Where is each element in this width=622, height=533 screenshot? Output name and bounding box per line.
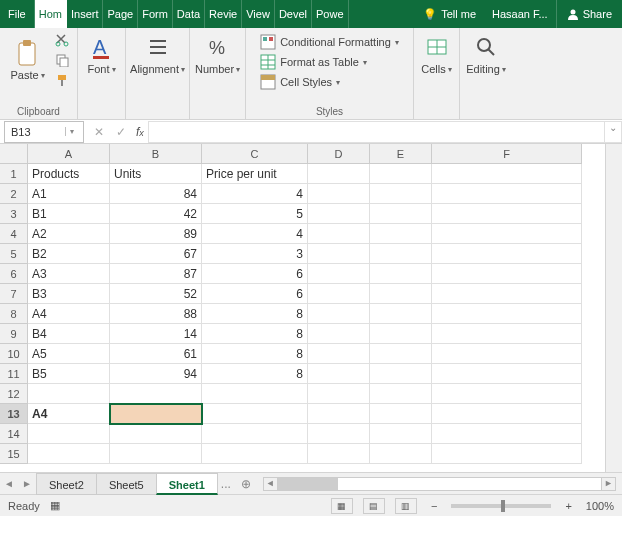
vertical-scrollbar[interactable] bbox=[605, 144, 622, 472]
user-label[interactable]: Hasaan F... bbox=[484, 8, 556, 20]
expand-formula-bar[interactable]: ⌄ bbox=[604, 121, 622, 143]
row-header-2[interactable]: 2 bbox=[0, 184, 28, 204]
cell-B10[interactable]: 61 bbox=[110, 344, 202, 364]
ribbon-tab-view[interactable]: View bbox=[242, 0, 275, 28]
zoom-out-button[interactable]: − bbox=[427, 500, 441, 512]
cell-F5[interactable] bbox=[432, 244, 582, 264]
zoom-in-button[interactable]: + bbox=[561, 500, 575, 512]
row-header-7[interactable]: 7 bbox=[0, 284, 28, 304]
cell-B9[interactable]: 14 bbox=[110, 324, 202, 344]
cell-D4[interactable] bbox=[308, 224, 370, 244]
cell-E12[interactable] bbox=[370, 384, 432, 404]
cell-C15[interactable] bbox=[202, 444, 308, 464]
cell-A12[interactable] bbox=[28, 384, 110, 404]
row-header-5[interactable]: 5 bbox=[0, 244, 28, 264]
cell-C9[interactable]: 8 bbox=[202, 324, 308, 344]
tell-me[interactable]: 💡Tell me bbox=[415, 8, 484, 21]
cell-C14[interactable] bbox=[202, 424, 308, 444]
cell-A10[interactable]: A5 bbox=[28, 344, 110, 364]
cell-D6[interactable] bbox=[308, 264, 370, 284]
cell-F11[interactable] bbox=[432, 364, 582, 384]
cell-D5[interactable] bbox=[308, 244, 370, 264]
cell-B3[interactable]: 42 bbox=[110, 204, 202, 224]
cell-F2[interactable] bbox=[432, 184, 582, 204]
normal-view-button[interactable]: ▦ bbox=[331, 498, 353, 514]
cell-F9[interactable] bbox=[432, 324, 582, 344]
cell-F8[interactable] bbox=[432, 304, 582, 324]
cell-D7[interactable] bbox=[308, 284, 370, 304]
copy-button[interactable] bbox=[53, 51, 71, 69]
row-header-14[interactable]: 14 bbox=[0, 424, 28, 444]
column-header-B[interactable]: B bbox=[110, 144, 202, 164]
format-painter-button[interactable] bbox=[53, 71, 71, 89]
cell-C4[interactable]: 4 bbox=[202, 224, 308, 244]
cell-E14[interactable] bbox=[370, 424, 432, 444]
cell-D11[interactable] bbox=[308, 364, 370, 384]
cell-F4[interactable] bbox=[432, 224, 582, 244]
cell-F7[interactable] bbox=[432, 284, 582, 304]
column-header-F[interactable]: F bbox=[432, 144, 582, 164]
row-header-4[interactable]: 4 bbox=[0, 224, 28, 244]
horizontal-scrollbar[interactable]: ◄ ► bbox=[263, 477, 616, 491]
cell-F15[interactable] bbox=[432, 444, 582, 464]
cell-D9[interactable] bbox=[308, 324, 370, 344]
cell-E7[interactable] bbox=[370, 284, 432, 304]
cell-C8[interactable]: 8 bbox=[202, 304, 308, 324]
sheet-tab-sheet2[interactable]: Sheet2 bbox=[36, 473, 97, 495]
row-header-11[interactable]: 11 bbox=[0, 364, 28, 384]
cells-button[interactable]: Cells▾ bbox=[417, 31, 455, 77]
format-as-table-button[interactable]: Format as Table▾ bbox=[258, 53, 401, 71]
ribbon-tab-powe[interactable]: Powe bbox=[312, 0, 349, 28]
column-header-D[interactable]: D bbox=[308, 144, 370, 164]
fx-icon[interactable]: fx bbox=[136, 125, 144, 139]
cell-D13[interactable] bbox=[308, 404, 370, 424]
cell-B11[interactable]: 94 bbox=[110, 364, 202, 384]
cell-C6[interactable]: 6 bbox=[202, 264, 308, 284]
cell-B12[interactable] bbox=[110, 384, 202, 404]
cell-B4[interactable]: 89 bbox=[110, 224, 202, 244]
zoom-slider[interactable] bbox=[451, 504, 551, 508]
ribbon-tab-page[interactable]: Page bbox=[103, 0, 138, 28]
hscroll-left[interactable]: ◄ bbox=[264, 478, 278, 490]
cell-C3[interactable]: 5 bbox=[202, 204, 308, 224]
column-header-A[interactable]: A bbox=[28, 144, 110, 164]
cell-F14[interactable] bbox=[432, 424, 582, 444]
select-all-corner[interactable] bbox=[0, 144, 28, 164]
cell-F12[interactable] bbox=[432, 384, 582, 404]
cell-B14[interactable] bbox=[110, 424, 202, 444]
chevron-down-icon[interactable]: ▾ bbox=[65, 127, 77, 136]
cell-D3[interactable] bbox=[308, 204, 370, 224]
cell-C13[interactable] bbox=[202, 404, 308, 424]
paste-button[interactable]: Paste▾ bbox=[6, 31, 48, 89]
cell-E15[interactable] bbox=[370, 444, 432, 464]
cut-button[interactable] bbox=[53, 31, 71, 49]
ribbon-tab-file[interactable]: File bbox=[0, 0, 35, 28]
row-header-10[interactable]: 10 bbox=[0, 344, 28, 364]
ribbon-tab-revie[interactable]: Revie bbox=[205, 0, 242, 28]
row-header-12[interactable]: 12 bbox=[0, 384, 28, 404]
cell-A11[interactable]: B5 bbox=[28, 364, 110, 384]
cell-E1[interactable] bbox=[370, 164, 432, 184]
row-header-15[interactable]: 15 bbox=[0, 444, 28, 464]
spreadsheet-grid[interactable]: ABCDEF 123456789101112131415 ProductsUni… bbox=[0, 144, 622, 472]
cell-E4[interactable] bbox=[370, 224, 432, 244]
cell-D2[interactable] bbox=[308, 184, 370, 204]
cell-C7[interactable]: 6 bbox=[202, 284, 308, 304]
cell-C2[interactable]: 4 bbox=[202, 184, 308, 204]
row-header-6[interactable]: 6 bbox=[0, 264, 28, 284]
ribbon-tab-form[interactable]: Form bbox=[138, 0, 173, 28]
cell-A7[interactable]: B3 bbox=[28, 284, 110, 304]
cell-E13[interactable] bbox=[370, 404, 432, 424]
cell-B15[interactable] bbox=[110, 444, 202, 464]
cell-E9[interactable] bbox=[370, 324, 432, 344]
cell-C11[interactable]: 8 bbox=[202, 364, 308, 384]
cell-A9[interactable]: B4 bbox=[28, 324, 110, 344]
editing-button[interactable]: Editing▾ bbox=[462, 31, 510, 77]
sheet-nav-next[interactable]: ► bbox=[18, 478, 36, 489]
cell-A2[interactable]: A1 bbox=[28, 184, 110, 204]
column-header-E[interactable]: E bbox=[370, 144, 432, 164]
cell-D1[interactable] bbox=[308, 164, 370, 184]
column-header-C[interactable]: C bbox=[202, 144, 308, 164]
share-button[interactable]: Share bbox=[556, 0, 622, 28]
cell-A14[interactable] bbox=[28, 424, 110, 444]
